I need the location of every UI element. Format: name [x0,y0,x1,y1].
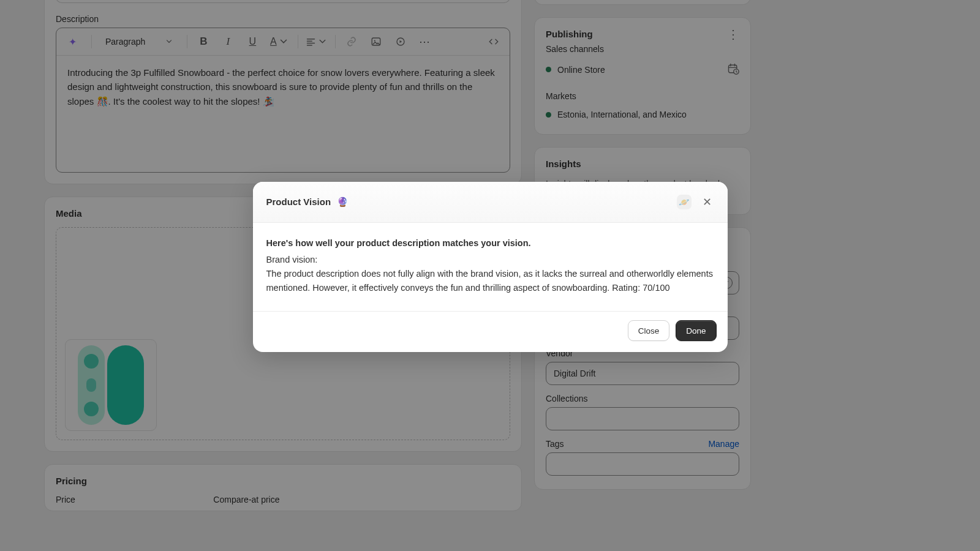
crystal-ball-icon: 🔮 [337,197,349,208]
modal-overlay[interactable]: Product Vision 🔮 🪐 ✕ Here's how well you… [0,0,980,551]
modal-body: Here's how well your product description… [253,223,728,312]
close-button[interactable]: Close [628,320,670,341]
modal-label: Brand vision: [266,253,714,267]
planet-icon: 🪐 [677,195,692,209]
modal-lead: Here's how well your product description… [266,236,714,250]
product-vision-modal: Product Vision 🔮 🪐 ✕ Here's how well you… [253,182,728,353]
modal-title: Product Vision [266,197,331,207]
modal-header: Product Vision 🔮 🪐 ✕ [253,182,728,223]
close-icon[interactable]: ✕ [700,193,714,211]
modal-footer: Close Done [253,311,728,352]
modal-text: The product description does not fully a… [266,267,714,295]
done-button[interactable]: Done [676,320,716,341]
